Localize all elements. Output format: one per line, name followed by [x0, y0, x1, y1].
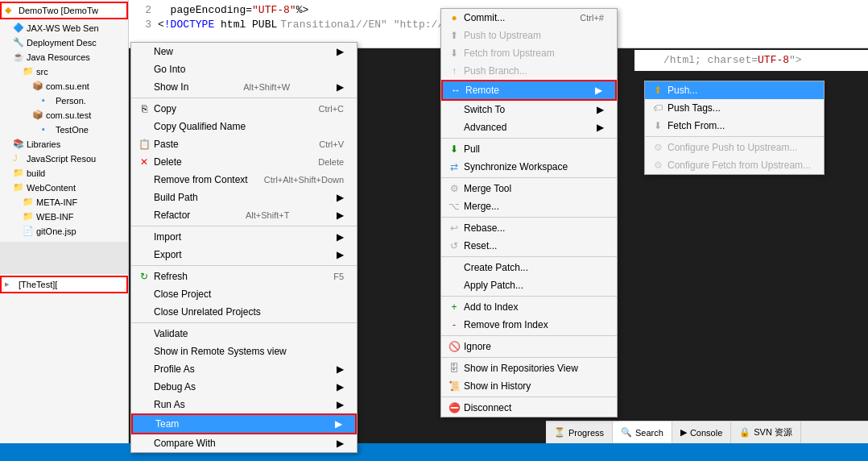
menu-item-close-project[interactable]: Close Project: [131, 285, 357, 303]
remote-menu-configure-push[interactable]: ⚙ Configure Push to Upstream...: [645, 139, 824, 156]
menu-item-remove-context[interactable]: Remove from Context Ctrl+Alt+Shift+Down: [131, 171, 357, 189]
close-project-icon: [138, 288, 151, 301]
git-menu-remove-index[interactable]: - Remove from Index: [441, 316, 617, 334]
menu-item-refresh[interactable]: ↻ Refresh F5: [131, 268, 357, 285]
refactor-icon: [138, 209, 151, 222]
export-icon: [138, 248, 151, 261]
git-menu-merge[interactable]: ⌥ Merge...: [441, 197, 617, 215]
tree-item-meta-inf[interactable]: 📁 META-INF: [0, 195, 128, 210]
tab-search[interactable]: 🔍 Search: [613, 422, 672, 443]
profile-as-arrow: ▶: [329, 363, 344, 375]
git-menu-add-index[interactable]: + Add to Index: [441, 298, 617, 316]
tree-label-web-inf: WEB-INF: [36, 212, 73, 222]
git-label-commit: Commit...: [464, 12, 505, 23]
tree-item-com-su-test[interactable]: 📦 com.su.test: [0, 108, 128, 123]
menu-item-profile-as[interactable]: Profile As ▶: [131, 360, 357, 378]
menu-item-show-in[interactable]: Show In Alt+Shift+W ▶: [131, 78, 357, 96]
git-menu-merge-tool[interactable]: ⚙ Merge Tool: [441, 180, 617, 197]
git-menu-show-repos[interactable]: 🗄 Show in Repositories View: [441, 359, 617, 377]
menu-label-show-remote: Show in Remote Systems view: [154, 346, 287, 357]
switch-to-icon: [448, 103, 461, 116]
menu-item-go-into[interactable]: Go Into: [131, 60, 357, 78]
menu-item-team[interactable]: Team ▶: [131, 413, 357, 434]
remote-label-fetch-from: Fetch From...: [668, 120, 725, 131]
switch-to-arrow: ▶: [589, 104, 604, 115]
tree-item-web-inf[interactable]: 📁 WEB-INF: [0, 210, 128, 224]
menu-label-paste: Paste: [154, 139, 179, 150]
git-menu-pull[interactable]: ⬇ Pull: [441, 140, 617, 158]
git-menu-switch-to[interactable]: Switch To ▶: [441, 101, 617, 118]
console-label: Console: [690, 428, 722, 438]
git-menu-create-patch[interactable]: Create Patch...: [441, 259, 617, 276]
git-menu-ignore[interactable]: 🚫 Ignore: [441, 338, 617, 355]
git-menu-push-upstream[interactable]: ⬆ Push to Upstream: [441, 27, 617, 44]
menu-item-delete[interactable]: ✕ Delete Delete: [131, 153, 357, 171]
tree-item-build[interactable]: 📁 build: [0, 166, 128, 181]
tree-item-src[interactable]: 📁 src: [0, 64, 128, 79]
menu-item-new[interactable]: New ▶: [131, 43, 357, 60]
menu-item-copy[interactable]: ⎘ Copy Ctrl+C: [131, 100, 357, 118]
menu-item-build-path[interactable]: Build Path ▶: [131, 189, 357, 206]
git-menu-show-history[interactable]: 📜 Show in History: [441, 377, 617, 395]
team-arrow: ▶: [327, 418, 342, 430]
tab-progress[interactable]: ⏳ Progress: [546, 422, 613, 443]
menu-item-paste[interactable]: 📋 Paste Ctrl+V: [131, 135, 357, 153]
remote-menu-push-tags[interactable]: 🏷 Push Tags...: [645, 99, 824, 117]
git-menu-advanced[interactable]: Advanced ▶: [441, 118, 617, 136]
progress-label: Progress: [568, 428, 604, 438]
tree-item-libraries[interactable]: 📚 Libraries: [0, 137, 128, 152]
menu-item-close-unrelated[interactable]: Close Unrelated Projects: [131, 303, 357, 321]
bottom-tab-bar: ⏳ Progress 🔍 Search ▶ Console 🔒 SVN 资源: [546, 421, 868, 443]
menu-item-debug-as[interactable]: Debug As ▶: [131, 378, 357, 396]
git-menu-rebase[interactable]: ↩ Rebase...: [441, 219, 617, 237]
git-menu-reset[interactable]: ↺ Reset...: [441, 237, 617, 255]
menu-label-refactor: Refactor: [154, 210, 190, 221]
tree-item-demotwo[interactable]: ◆ DemoTwo [DemoTw: [0, 2, 128, 19]
menu-item-show-remote[interactable]: Show in Remote Systems view: [131, 343, 357, 360]
git-menu-synchronize[interactable]: ⇄ Synchronize Workspace: [441, 158, 617, 176]
git-menu-commit[interactable]: ● Commit... Ctrl+#: [441, 9, 617, 27]
push-tags-icon: 🏷: [651, 102, 664, 114]
refactor-arrow: ▶: [329, 210, 344, 221]
tree-label-js-resources: JavaScript Resou: [27, 154, 96, 164]
menu-item-copy-qualified[interactable]: Copy Qualified Name: [131, 118, 357, 135]
tab-console[interactable]: ▶ Console: [672, 422, 731, 443]
menu-item-compare-with[interactable]: Compare With ▶: [131, 434, 357, 452]
git-menu-disconnect[interactable]: ⛔ Disconnect: [441, 399, 617, 417]
show-in-shortcut: Alt+Shift+W: [227, 82, 290, 92]
apply-patch-icon: [448, 279, 461, 292]
tree-item-gitone[interactable]: 📄 gitOne.jsp: [0, 224, 128, 239]
git-menu-push-branch[interactable]: ↑ Push Branch...: [441, 62, 617, 80]
menu-item-refactor[interactable]: Refactor Alt+Shift+T ▶: [131, 206, 357, 224]
tree-item-person[interactable]: ▪ Person.: [0, 93, 128, 108]
remote-menu-configure-fetch[interactable]: ⚙ Configure Fetch from Upstream...: [645, 156, 824, 174]
reset-icon: ↺: [448, 239, 461, 252]
close-unrelated-icon: [138, 305, 151, 318]
tree-item-java-resources[interactable]: ☕ Java Resources: [0, 50, 128, 64]
tree-item-js-resources[interactable]: J JavaScript Resou: [0, 152, 128, 166]
menu-label-remove-context: Remove from Context: [154, 174, 248, 185]
new-arrow: ▶: [329, 46, 344, 57]
git-label-disconnect: Disconnect: [464, 402, 511, 413]
tree-item-com-su-ent[interactable]: 📦 com.su.ent: [0, 79, 128, 93]
tree-item-testone[interactable]: ▪ TestOne: [0, 123, 128, 137]
git-menu-fetch-upstream[interactable]: ⬇ Fetch from Upstream: [441, 44, 617, 62]
git-menu-apply-patch[interactable]: Apply Patch...: [441, 276, 617, 294]
menu-item-run-as[interactable]: Run As ▶: [131, 396, 357, 413]
menu-item-validate[interactable]: Validate: [131, 325, 357, 343]
remote-icon: ↔: [449, 84, 462, 97]
menu-item-export[interactable]: Export ▶: [131, 246, 357, 264]
remote-menu-fetch-from[interactable]: ⬇ Fetch From...: [645, 117, 824, 135]
tree-item-jax[interactable]: 🔷 JAX-WS Web Sen: [0, 21, 128, 35]
search-icon: 🔍: [621, 427, 632, 438]
tree-item-thetest[interactable]: ▸ [TheTest][: [0, 276, 128, 293]
menu-item-import[interactable]: Import ▶: [131, 228, 357, 246]
git-label-push-upstream: Push to Upstream: [464, 30, 541, 41]
git-menu-remote[interactable]: ↔ Remote ▶: [441, 80, 617, 101]
tab-svn[interactable]: 🔒 SVN 资源: [731, 422, 801, 443]
tree-label-demotwo: DemoTwo [DemoTw: [19, 6, 98, 15]
remote-menu-push[interactable]: ⬆ Push...: [645, 81, 824, 99]
tree-item-deployment[interactable]: 🔧 Deployment Desc: [0, 35, 128, 50]
tree-label-person: Person.: [56, 96, 86, 106]
tree-item-webcontent[interactable]: 📁 WebContent: [0, 181, 128, 195]
